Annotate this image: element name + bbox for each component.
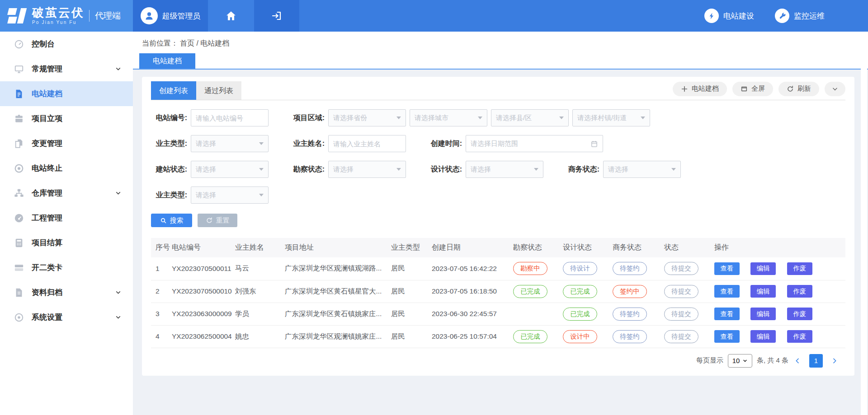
search-button[interactable]: 搜索 (151, 214, 192, 227)
station-code-input[interactable] (191, 109, 269, 126)
field-label: 商务状态: (563, 165, 599, 174)
filter-actions: 搜索 重置 (151, 214, 845, 227)
select-placeholder: 请选择村镇/街道 (577, 114, 627, 122)
create-time-range-input[interactable]: 请选择日期范围 (466, 135, 603, 152)
sidebar-item-console[interactable]: 控制台 (0, 32, 133, 56)
next-page-button[interactable] (830, 357, 839, 364)
edit-button[interactable]: 编辑 (750, 285, 776, 298)
design-status-badge: 待设计 (563, 262, 597, 275)
sidebar-item-type2-card[interactable]: 开二类卡 (0, 255, 133, 280)
cell-created: 2023-06-30 22:45:57 (432, 303, 513, 325)
view-button[interactable]: 查看 (714, 308, 740, 320)
void-button[interactable]: 作废 (787, 308, 812, 320)
refresh-icon (787, 85, 794, 93)
town-select[interactable]: 请选择村镇/街道 (572, 109, 650, 126)
void-button[interactable]: 作废 (787, 262, 812, 275)
status-badge: 待提交 (664, 330, 698, 343)
page-number-button[interactable]: 1 (809, 354, 823, 368)
edit-button[interactable]: 编辑 (750, 308, 776, 320)
cell-owner: 刘强东 (235, 280, 285, 303)
sidebar-item-label: 项目立项 (32, 113, 62, 124)
field-label: 电站编号: (151, 113, 187, 123)
design-status-select[interactable]: 请选择 (466, 161, 543, 178)
owner-type-select[interactable]: 请选择 (191, 135, 269, 152)
select-placeholder: 请选择 (471, 165, 491, 174)
sidebar-item-station-termination[interactable]: 电站终止 (0, 156, 133, 181)
void-button[interactable]: 作废 (787, 330, 812, 343)
person-icon (144, 10, 155, 21)
cell-address: 广东深圳龙华区黄石镇姚家庄... (285, 303, 391, 325)
breadcrumb-path[interactable]: 首页 / 电站建档 (180, 39, 229, 47)
chevron-right-icon (831, 357, 838, 364)
sidebar-item-label: 项目结算 (32, 238, 62, 248)
user-menu[interactable]: 超级管理员 (133, 0, 208, 32)
chevron-down-icon (559, 117, 564, 119)
gauge-icon (14, 213, 24, 224)
scrollbar[interactable] (861, 32, 867, 415)
tab-create-list[interactable]: 创建列表 (151, 81, 196, 100)
sidebar-item-system-settings[interactable]: 系统设置 (0, 305, 133, 330)
void-button[interactable]: 作废 (787, 285, 812, 298)
city-select[interactable]: 请选择城市 (410, 109, 487, 126)
chevron-down-icon (115, 289, 121, 295)
create-station-button[interactable]: 电站建档 (673, 82, 727, 96)
col-status: 状态 (664, 238, 714, 257)
page-header: 当前位置：首页 / 电站建档 电站建档 (133, 32, 868, 70)
chevron-down-icon (259, 194, 264, 196)
view-button[interactable]: 查看 (714, 330, 740, 343)
tab-passed-list[interactable]: 通过列表 (196, 81, 241, 100)
sidebar-item-warehouse-mgmt[interactable]: 仓库管理 (0, 181, 133, 205)
per-page-value: 10 (732, 357, 740, 364)
target-icon (14, 163, 24, 174)
sidebar-item-engineering-mgmt[interactable]: 工程管理 (0, 205, 133, 230)
cell-address: 广东深圳龙华区观澜镇观湖路... (285, 257, 391, 280)
survey-status-select[interactable]: 请选择 (328, 161, 406, 178)
nav-station-build[interactable]: 电站建设 (704, 9, 754, 23)
home-icon (225, 10, 237, 22)
breadcrumb: 当前位置：首页 / 电站建档 (133, 32, 868, 48)
sidebar-item-station-archive[interactable]: 电站建档 (0, 81, 133, 106)
topbar-nav: 电站建设 监控运维 (704, 0, 868, 32)
logout-button[interactable] (254, 0, 299, 32)
sidebar-item-project-settlement[interactable]: 项目结算 (0, 230, 133, 255)
nav-monitor-ops[interactable]: 监控运维 (775, 9, 825, 23)
wrench-icon (775, 9, 789, 23)
cell-seq: 2 (151, 280, 172, 303)
collapse-button[interactable] (825, 82, 845, 96)
sidebar-item-label: 开二类卡 (32, 262, 62, 273)
per-page-select[interactable]: 10 (728, 354, 752, 368)
col-created: 创建日期 (432, 238, 513, 257)
col-type: 业主类型 (391, 238, 432, 257)
owner-type2-select[interactable]: 请选择 (191, 187, 269, 204)
col-ops: 操作 (714, 238, 845, 257)
owner-name-input[interactable] (328, 135, 406, 152)
sidebar-item-data-archive[interactable]: 资料归档 (0, 280, 133, 305)
cell-seq: 1 (151, 257, 172, 280)
table-row: 4 YX2023062500004 姚忠 广东深圳龙华区观澜镇姚家庄... 居民… (151, 325, 845, 348)
page-tab-station-archive[interactable]: 电站建档 (139, 53, 195, 69)
create-station-label: 电站建档 (692, 84, 719, 93)
province-select[interactable]: 请选择省份 (328, 109, 406, 126)
refresh-button[interactable]: 刷新 (778, 82, 819, 96)
sidebar-item-project-initiation[interactable]: 项目立项 (0, 106, 133, 131)
table-row: 3 YX2023063000009 学员 广东深圳龙华区黄石镇姚家庄... 居民… (151, 303, 845, 325)
build-status-select[interactable]: 请选择 (191, 161, 269, 178)
reset-button[interactable]: 重置 (198, 214, 237, 227)
business-status-select[interactable]: 请选择 (603, 161, 681, 178)
view-button[interactable]: 查看 (714, 262, 740, 275)
station-table: 序号 电站编号 业主姓名 项目地址 业主类型 创建日期 勘察状态 设计状态 商务… (151, 238, 845, 348)
user-name: 超级管理员 (162, 11, 201, 21)
sidebar-item-label: 电站终止 (32, 163, 62, 173)
fullscreen-button[interactable]: 全屏 (732, 82, 773, 96)
business-status-badge: 待签约 (613, 330, 647, 343)
sidebar-item-change-mgmt[interactable]: 变更管理 (0, 131, 133, 156)
county-select[interactable]: 请选择县/区 (491, 109, 569, 126)
home-button[interactable] (208, 0, 254, 32)
edit-button[interactable]: 编辑 (750, 330, 776, 343)
filter-form: 电站编号: 项目区域: 请选择省份 请选择城市 请选择县/区 请选择村镇/街道 … (151, 100, 845, 204)
view-button[interactable]: 查看 (714, 285, 740, 298)
edit-button[interactable]: 编辑 (750, 262, 776, 275)
prev-page-button[interactable] (793, 357, 802, 364)
total-count-label: 条, 共 4 条 (757, 356, 788, 365)
sidebar-item-general-mgmt[interactable]: 常规管理 (0, 56, 133, 81)
